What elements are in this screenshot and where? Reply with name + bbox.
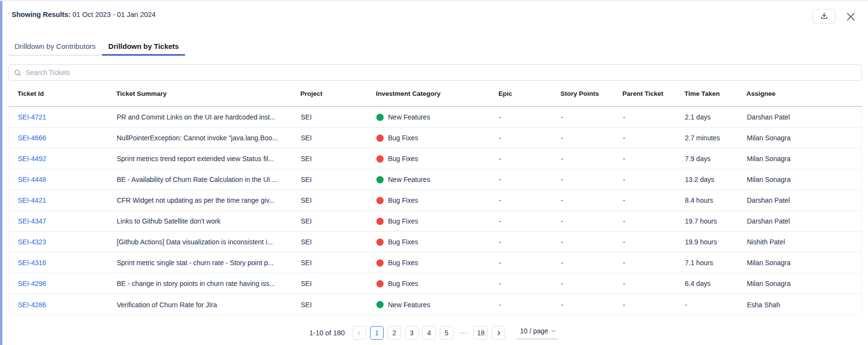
project-cell: SEI bbox=[301, 134, 376, 142]
pagination-page-button-4[interactable]: 4 bbox=[422, 326, 436, 340]
assignee-cell: Milan Sonagra bbox=[747, 176, 861, 183]
left-accent-stripe bbox=[0, 1, 2, 345]
pagination-page-button-18[interactable]: 18 bbox=[474, 326, 488, 340]
parent-ticket-cell: - bbox=[623, 259, 685, 267]
category-dot-icon bbox=[376, 259, 384, 267]
ticket-id-link[interactable]: SEI-4448 bbox=[18, 176, 46, 183]
category-dot-icon bbox=[376, 239, 384, 246]
chevron-right-icon bbox=[496, 330, 501, 336]
pagination-page-button-5[interactable]: 5 bbox=[440, 326, 453, 340]
ticket-summary-cell: PR and Commit Links on the UI are hardco… bbox=[117, 113, 301, 121]
category-dot-icon bbox=[376, 218, 384, 225]
column-header-ticket-id: Ticket Id bbox=[8, 90, 116, 97]
search-icon bbox=[14, 69, 21, 76]
category-dot-icon bbox=[376, 135, 384, 142]
ticket-summary-cell: [Github Actions] Data visualization is i… bbox=[117, 238, 301, 246]
category-label: New Features bbox=[388, 301, 430, 309]
close-icon bbox=[846, 15, 855, 23]
ticket-summary-cell: Links to Github Satellite don't work bbox=[117, 217, 301, 225]
ticket-id-link[interactable]: SEI-4323 bbox=[18, 238, 46, 246]
column-header-time-taken: Time Taken bbox=[684, 90, 746, 97]
time-taken-cell: 7.1 hours bbox=[685, 259, 747, 267]
pagination-page-button-3[interactable]: 3 bbox=[405, 326, 418, 340]
ticket-summary-cell: BE - Availability of Churn Rate Calculat… bbox=[117, 176, 301, 183]
search-box bbox=[8, 64, 862, 81]
ticket-id-link[interactable]: SEI-4421 bbox=[18, 196, 46, 204]
category-dot-icon bbox=[376, 155, 384, 163]
story-points-cell: - bbox=[561, 134, 623, 142]
tab-drilldown-by-tickets[interactable]: Drilldown by Tickets bbox=[102, 42, 186, 56]
project-cell: SEI bbox=[301, 155, 376, 163]
table-row: SEI-4721 PR and Commit Links on the UI a… bbox=[9, 107, 861, 128]
ticket-summary-cell: NullPointerException: Cannot invoke "jav… bbox=[117, 134, 301, 142]
search-input[interactable] bbox=[26, 69, 856, 76]
column-header-parent-ticket: Parent Ticket bbox=[622, 90, 684, 97]
ticket-id-link[interactable]: SEI-4298 bbox=[18, 280, 46, 287]
modal-header: Showing Results: 01 Oct 2023 - 01 Jan 20… bbox=[0, 1, 868, 24]
ticket-id-link[interactable]: SEI-4316 bbox=[18, 259, 46, 267]
epic-cell: - bbox=[499, 217, 561, 225]
close-button[interactable] bbox=[844, 10, 857, 25]
table-row: SEI-4448 BE - Availability of Churn Rate… bbox=[9, 169, 861, 190]
investment-category-cell: Bug Fixes bbox=[376, 280, 499, 287]
time-taken-cell: 8.4 hours bbox=[685, 196, 747, 204]
chevron-down-icon bbox=[551, 329, 556, 333]
pagination-next-button[interactable] bbox=[492, 326, 505, 340]
time-taken-cell: 19.9 hours bbox=[685, 238, 747, 246]
pagination-page-button-1[interactable]: 1 bbox=[370, 326, 384, 340]
pagination-page-button-2[interactable]: 2 bbox=[388, 326, 401, 340]
assignee-cell: Milan Sonagra bbox=[747, 134, 861, 142]
story-points-cell: - bbox=[561, 259, 623, 267]
table-body: SEI-4721 PR and Commit Links on the UI a… bbox=[8, 107, 862, 315]
epic-cell: - bbox=[499, 301, 561, 309]
download-button[interactable] bbox=[813, 9, 836, 24]
category-label: Bug Fixes bbox=[388, 155, 418, 163]
column-header-project: Project bbox=[300, 90, 376, 97]
parent-ticket-cell: - bbox=[623, 134, 685, 142]
page-size-label: 10 / page bbox=[520, 327, 548, 335]
assignee-cell: Darshan Patel bbox=[747, 196, 861, 204]
category-label: Bug Fixes bbox=[388, 217, 418, 225]
investment-category-cell: New Features bbox=[376, 176, 499, 183]
ticket-id-link[interactable]: SEI-4666 bbox=[18, 134, 46, 142]
epic-cell: - bbox=[499, 134, 561, 142]
category-label: Bug Fixes bbox=[388, 196, 418, 204]
pagination-ellipsis[interactable]: ••• bbox=[457, 330, 470, 336]
parent-ticket-cell: - bbox=[623, 155, 685, 163]
pagination-prev-button[interactable] bbox=[353, 326, 366, 340]
table-row: SEI-4286 Verification of Churn Rate for … bbox=[9, 294, 861, 315]
category-label: Bug Fixes bbox=[388, 134, 418, 142]
page-size-select[interactable]: 10 / page bbox=[517, 327, 558, 339]
table-row: SEI-4298 BE - change in story points in … bbox=[9, 273, 861, 294]
column-header-epic: Epic bbox=[498, 90, 560, 97]
project-cell: SEI bbox=[301, 301, 376, 309]
table-row: SEI-4666 NullPointerException: Cannot in… bbox=[9, 128, 861, 149]
column-header-ticket-summary: Ticket Summary bbox=[116, 90, 300, 97]
date-range-value: 01 Oct 2023 - 01 Jan 2024 bbox=[73, 11, 156, 18]
results-date-range: Showing Results: 01 Oct 2023 - 01 Jan 20… bbox=[12, 9, 155, 19]
pagination: 1-10 of 180 12345•••18 10 / page bbox=[0, 323, 868, 343]
table-row: SEI-4347 Links to Github Satellite don't… bbox=[9, 211, 861, 232]
table-row: SEI-4316 Sprint metric single stat - chu… bbox=[9, 253, 861, 273]
epic-cell: - bbox=[499, 155, 561, 163]
time-taken-cell: 19.7 hours bbox=[685, 217, 747, 225]
ticket-id-link[interactable]: SEI-4286 bbox=[18, 301, 46, 309]
project-cell: SEI bbox=[301, 238, 376, 246]
story-points-cell: - bbox=[561, 176, 623, 183]
story-points-cell: - bbox=[561, 280, 623, 287]
story-points-cell: - bbox=[561, 217, 623, 225]
column-header-investment-category: Investment Category bbox=[376, 90, 498, 97]
category-label: New Features bbox=[388, 113, 430, 121]
ticket-id-link[interactable]: SEI-4721 bbox=[18, 113, 46, 121]
parent-ticket-cell: - bbox=[623, 176, 685, 183]
ticket-summary-cell: Sprint metric single stat - churn rate -… bbox=[117, 259, 301, 267]
drilldown-modal: Showing Results: 01 Oct 2023 - 01 Jan 20… bbox=[0, 0, 868, 345]
tab-drilldown-by-contributors[interactable]: Drilldown by Contributors bbox=[8, 42, 102, 56]
investment-category-cell: Bug Fixes bbox=[376, 196, 499, 204]
category-label: Bug Fixes bbox=[388, 259, 418, 267]
investment-category-cell: New Features bbox=[376, 301, 499, 309]
ticket-id-link[interactable]: SEI-4347 bbox=[18, 217, 46, 225]
category-dot-icon bbox=[376, 114, 384, 121]
ticket-id-link[interactable]: SEI-4492 bbox=[18, 155, 46, 163]
category-dot-icon bbox=[376, 301, 384, 308]
